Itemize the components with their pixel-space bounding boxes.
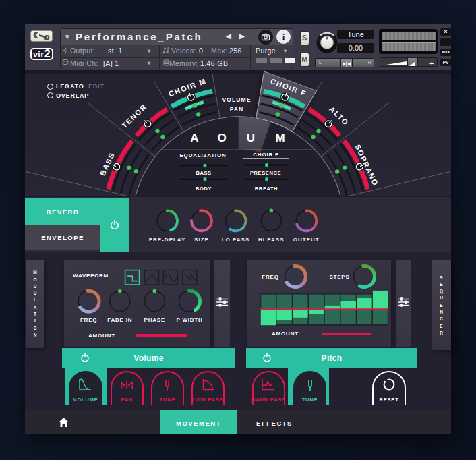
svg-text:BASS: BASS: [196, 170, 211, 176]
svg-text:VOLUME: VOLUME: [222, 96, 251, 103]
svg-text:BREATH: BREATH: [255, 185, 278, 192]
svg-text:A: A: [190, 132, 198, 144]
svg-text:M: M: [275, 132, 285, 144]
svg-text:U: U: [247, 132, 255, 144]
svg-text:O: O: [217, 132, 226, 144]
svg-text:L: L: [121, 384, 124, 388]
svg-text:CHOIR F: CHOIR F: [253, 152, 279, 158]
svg-text:EQUALIZATION: EQUALIZATION: [179, 152, 226, 159]
svg-text:PAN: PAN: [230, 106, 244, 113]
svg-text:R: R: [129, 384, 133, 388]
svg-text:BODY: BODY: [196, 185, 212, 192]
svg-text:PRESENCE: PRESENCE: [250, 170, 281, 176]
